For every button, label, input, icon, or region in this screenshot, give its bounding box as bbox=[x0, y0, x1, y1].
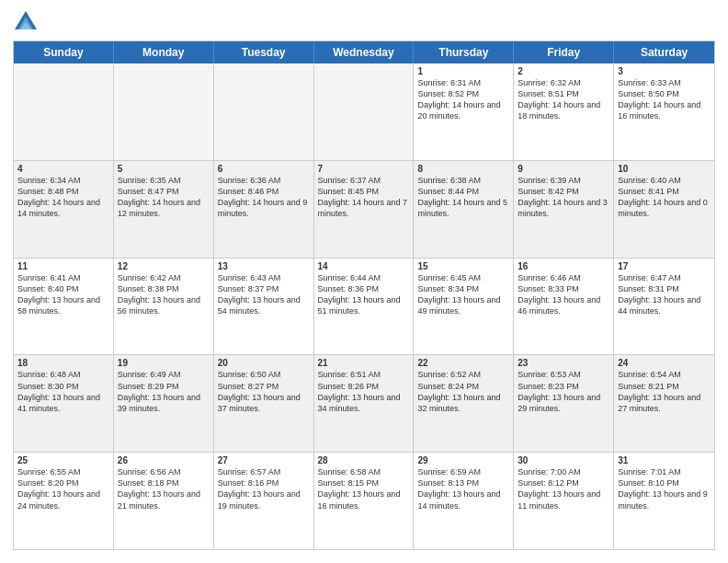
day-number: 21 bbox=[318, 358, 410, 368]
day-cell-22: 22Sunrise: 6:52 AM Sunset: 8:24 PM Dayli… bbox=[414, 355, 514, 452]
day-info: Sunrise: 6:57 AM Sunset: 8:16 PM Dayligh… bbox=[218, 466, 310, 511]
day-info: Sunrise: 6:37 AM Sunset: 8:45 PM Dayligh… bbox=[318, 175, 410, 220]
header bbox=[13, 9, 715, 35]
header-day-tuesday: Tuesday bbox=[214, 41, 314, 63]
calendar-row-5: 25Sunrise: 6:55 AM Sunset: 8:20 PM Dayli… bbox=[14, 452, 714, 549]
day-number: 27 bbox=[218, 455, 310, 465]
day-cell-26: 26Sunrise: 6:56 AM Sunset: 8:18 PM Dayli… bbox=[114, 453, 214, 549]
day-cell-11: 11Sunrise: 6:41 AM Sunset: 8:40 PM Dayli… bbox=[14, 259, 114, 355]
day-cell-24: 24Sunrise: 6:54 AM Sunset: 8:21 PM Dayli… bbox=[614, 355, 714, 452]
day-cell-20: 20Sunrise: 6:50 AM Sunset: 8:27 PM Dayli… bbox=[214, 355, 314, 452]
day-info: Sunrise: 6:34 AM Sunset: 8:48 PM Dayligh… bbox=[17, 175, 109, 220]
day-number: 19 bbox=[118, 358, 210, 368]
header-day-wednesday: Wednesday bbox=[314, 41, 415, 63]
day-number: 30 bbox=[518, 455, 609, 465]
day-cell-14: 14Sunrise: 6:44 AM Sunset: 8:36 PM Dayli… bbox=[314, 259, 415, 355]
day-info: Sunrise: 6:54 AM Sunset: 8:21 PM Dayligh… bbox=[618, 369, 711, 414]
header-day-thursday: Thursday bbox=[414, 41, 514, 63]
day-cell-13: 13Sunrise: 6:43 AM Sunset: 8:37 PM Dayli… bbox=[214, 259, 314, 355]
day-info: Sunrise: 6:35 AM Sunset: 8:47 PM Dayligh… bbox=[118, 175, 210, 220]
day-number: 20 bbox=[218, 358, 310, 368]
day-number: 29 bbox=[417, 455, 509, 465]
calendar-body: 1Sunrise: 6:31 AM Sunset: 8:52 PM Daylig… bbox=[14, 63, 714, 549]
day-number: 1 bbox=[417, 66, 509, 76]
day-cell-8: 8Sunrise: 6:38 AM Sunset: 8:44 PM Daylig… bbox=[414, 161, 514, 258]
day-number: 10 bbox=[618, 164, 711, 174]
day-number: 3 bbox=[618, 66, 711, 76]
page: SundayMondayTuesdayWednesdayThursdayFrid… bbox=[0, 0, 728, 563]
calendar-row-2: 4Sunrise: 6:34 AM Sunset: 8:48 PM Daylig… bbox=[14, 160, 714, 258]
day-info: Sunrise: 6:50 AM Sunset: 8:27 PM Dayligh… bbox=[218, 369, 310, 414]
day-info: Sunrise: 6:41 AM Sunset: 8:40 PM Dayligh… bbox=[17, 272, 109, 317]
day-cell-6: 6Sunrise: 6:36 AM Sunset: 8:46 PM Daylig… bbox=[214, 161, 314, 258]
day-number: 23 bbox=[518, 358, 609, 368]
day-info: Sunrise: 6:51 AM Sunset: 8:26 PM Dayligh… bbox=[318, 369, 410, 414]
day-number: 2 bbox=[518, 66, 609, 76]
day-info: Sunrise: 6:52 AM Sunset: 8:24 PM Dayligh… bbox=[417, 369, 509, 414]
day-info: Sunrise: 6:32 AM Sunset: 8:51 PM Dayligh… bbox=[518, 77, 609, 122]
calendar-row-1: 1Sunrise: 6:31 AM Sunset: 8:52 PM Daylig… bbox=[14, 63, 714, 160]
day-number: 14 bbox=[318, 261, 410, 271]
day-info: Sunrise: 7:00 AM Sunset: 8:12 PM Dayligh… bbox=[518, 466, 609, 511]
empty-cell bbox=[314, 63, 415, 160]
day-info: Sunrise: 6:43 AM Sunset: 8:37 PM Dayligh… bbox=[218, 272, 310, 317]
day-info: Sunrise: 6:38 AM Sunset: 8:44 PM Dayligh… bbox=[417, 175, 509, 220]
day-number: 13 bbox=[218, 261, 310, 271]
day-info: Sunrise: 6:48 AM Sunset: 8:30 PM Dayligh… bbox=[17, 369, 109, 414]
day-number: 17 bbox=[618, 261, 711, 271]
day-cell-16: 16Sunrise: 6:46 AM Sunset: 8:33 PM Dayli… bbox=[514, 259, 614, 355]
day-cell-29: 29Sunrise: 6:59 AM Sunset: 8:13 PM Dayli… bbox=[414, 453, 514, 549]
day-number: 16 bbox=[518, 261, 609, 271]
header-day-saturday: Saturday bbox=[614, 41, 714, 63]
day-cell-18: 18Sunrise: 6:48 AM Sunset: 8:30 PM Dayli… bbox=[14, 355, 114, 452]
day-cell-1: 1Sunrise: 6:31 AM Sunset: 8:52 PM Daylig… bbox=[414, 63, 514, 160]
day-number: 26 bbox=[118, 455, 210, 465]
day-number: 4 bbox=[17, 164, 109, 174]
day-cell-28: 28Sunrise: 6:58 AM Sunset: 8:15 PM Dayli… bbox=[314, 453, 415, 549]
day-number: 11 bbox=[17, 261, 109, 271]
day-info: Sunrise: 6:31 AM Sunset: 8:52 PM Dayligh… bbox=[417, 77, 509, 122]
day-cell-23: 23Sunrise: 6:53 AM Sunset: 8:23 PM Dayli… bbox=[514, 355, 614, 452]
day-info: Sunrise: 6:53 AM Sunset: 8:23 PM Dayligh… bbox=[518, 369, 609, 414]
day-number: 25 bbox=[17, 455, 109, 465]
header-day-sunday: Sunday bbox=[14, 41, 114, 63]
day-number: 9 bbox=[518, 164, 609, 174]
day-cell-17: 17Sunrise: 6:47 AM Sunset: 8:31 PM Dayli… bbox=[614, 259, 714, 355]
day-number: 7 bbox=[318, 164, 410, 174]
calendar-row-4: 18Sunrise: 6:48 AM Sunset: 8:30 PM Dayli… bbox=[14, 354, 714, 452]
day-cell-30: 30Sunrise: 7:00 AM Sunset: 8:12 PM Dayli… bbox=[514, 453, 614, 549]
day-number: 24 bbox=[618, 358, 711, 368]
day-info: Sunrise: 6:42 AM Sunset: 8:38 PM Dayligh… bbox=[118, 272, 210, 317]
day-info: Sunrise: 7:01 AM Sunset: 8:10 PM Dayligh… bbox=[618, 466, 711, 511]
day-number: 18 bbox=[17, 358, 109, 368]
day-number: 28 bbox=[318, 455, 410, 465]
day-number: 15 bbox=[417, 261, 509, 271]
logo-icon bbox=[13, 9, 39, 35]
day-number: 8 bbox=[417, 164, 509, 174]
logo bbox=[13, 9, 42, 35]
day-cell-31: 31Sunrise: 7:01 AM Sunset: 8:10 PM Dayli… bbox=[614, 453, 714, 549]
day-number: 6 bbox=[218, 164, 310, 174]
day-info: Sunrise: 6:40 AM Sunset: 8:41 PM Dayligh… bbox=[618, 175, 711, 220]
empty-cell bbox=[14, 63, 114, 160]
day-info: Sunrise: 6:39 AM Sunset: 8:42 PM Dayligh… bbox=[518, 175, 609, 220]
day-cell-9: 9Sunrise: 6:39 AM Sunset: 8:42 PM Daylig… bbox=[514, 161, 614, 258]
day-info: Sunrise: 6:33 AM Sunset: 8:50 PM Dayligh… bbox=[618, 77, 711, 122]
empty-cell bbox=[214, 63, 314, 160]
day-cell-10: 10Sunrise: 6:40 AM Sunset: 8:41 PM Dayli… bbox=[614, 161, 714, 258]
day-number: 31 bbox=[618, 455, 711, 465]
calendar-row-3: 11Sunrise: 6:41 AM Sunset: 8:40 PM Dayli… bbox=[14, 258, 714, 355]
day-cell-2: 2Sunrise: 6:32 AM Sunset: 8:51 PM Daylig… bbox=[514, 63, 614, 160]
day-info: Sunrise: 6:45 AM Sunset: 8:34 PM Dayligh… bbox=[417, 272, 509, 317]
day-cell-12: 12Sunrise: 6:42 AM Sunset: 8:38 PM Dayli… bbox=[114, 259, 214, 355]
day-number: 12 bbox=[118, 261, 210, 271]
day-info: Sunrise: 6:36 AM Sunset: 8:46 PM Dayligh… bbox=[218, 175, 310, 220]
day-cell-21: 21Sunrise: 6:51 AM Sunset: 8:26 PM Dayli… bbox=[314, 355, 415, 452]
day-info: Sunrise: 6:55 AM Sunset: 8:20 PM Dayligh… bbox=[17, 466, 109, 511]
day-cell-19: 19Sunrise: 6:49 AM Sunset: 8:29 PM Dayli… bbox=[114, 355, 214, 452]
day-cell-3: 3Sunrise: 6:33 AM Sunset: 8:50 PM Daylig… bbox=[614, 63, 714, 160]
empty-cell bbox=[114, 63, 214, 160]
day-info: Sunrise: 6:44 AM Sunset: 8:36 PM Dayligh… bbox=[318, 272, 410, 317]
day-info: Sunrise: 6:49 AM Sunset: 8:29 PM Dayligh… bbox=[118, 369, 210, 414]
calendar: SundayMondayTuesdayWednesdayThursdayFrid… bbox=[13, 40, 715, 550]
